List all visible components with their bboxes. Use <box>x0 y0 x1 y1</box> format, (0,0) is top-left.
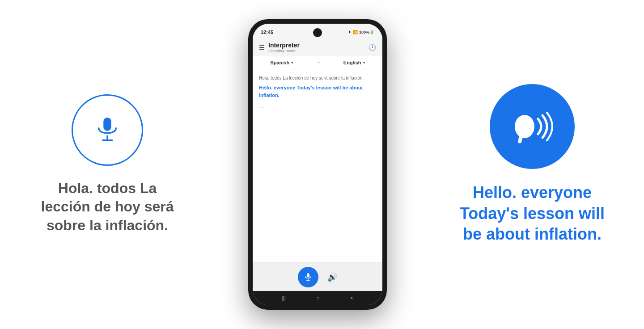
nav-bar: ||| ○ < <box>253 291 382 305</box>
earbud-circle <box>490 84 575 169</box>
svg-rect-3 <box>307 273 309 277</box>
speaker-button[interactable]: 🔊 <box>327 272 337 282</box>
nav-recents-icon[interactable]: ||| <box>281 295 285 301</box>
direction-arrow-icon: → <box>316 60 321 65</box>
hamburger-icon[interactable]: ☰ <box>259 44 265 51</box>
source-language[interactable]: Spanish ▾ <box>270 60 293 65</box>
mic-icon <box>92 114 123 146</box>
app-content: Hola. todos La lección de hoy será sobre… <box>253 69 382 262</box>
wifi-icon: ✦ <box>348 30 352 34</box>
nav-back-icon[interactable]: < <box>351 295 354 301</box>
app-subtitle: Listening mode <box>268 49 300 53</box>
app-bottom: 🔊 <box>253 262 382 291</box>
status-time: 12:45 <box>261 30 273 35</box>
right-translated-text: Hello. everyone Today's lesson will be a… <box>456 182 608 245</box>
phone-container: 12:45 ✦ 📶 100%🔋 ☰ Interpreter Listening … <box>248 19 387 310</box>
nav-home-icon[interactable]: ○ <box>317 295 320 301</box>
left-original-text: Hola. todos La lección de hoy será sobre… <box>36 179 179 235</box>
source-chevron-icon: ▾ <box>291 61 293 65</box>
page-wrapper: Hola. todos La lección de hoy será sobre… <box>0 0 644 329</box>
phone: 12:45 ✦ 📶 100%🔋 ☰ Interpreter Listening … <box>248 19 387 310</box>
earbud-icon <box>508 106 557 147</box>
phone-translated-text: Hello. everyone Today's lesson will be a… <box>259 84 376 99</box>
mic-button[interactable] <box>298 267 318 287</box>
app-title: Interpreter <box>268 42 300 49</box>
target-language[interactable]: English ▾ <box>343 60 365 65</box>
status-icons: ✦ 📶 100%🔋 <box>348 30 374 34</box>
mic-btn-icon <box>303 272 313 282</box>
right-section: Hello. everyone Today's lesson will be a… <box>456 84 608 245</box>
battery-label: 100%🔋 <box>359 30 374 34</box>
source-language-label: Spanish <box>270 60 289 65</box>
ellipsis: ... <box>259 102 376 110</box>
svg-point-6 <box>515 115 534 138</box>
header-title-group: Interpreter Listening mode <box>268 42 300 53</box>
phone-original-text: Hola. todos La lección de hoy será sobre… <box>259 75 376 81</box>
target-language-label: English <box>343 60 361 65</box>
phone-notch <box>313 28 322 37</box>
svg-rect-0 <box>103 118 111 131</box>
target-chevron-icon: ▾ <box>363 61 365 65</box>
language-bar: Spanish ▾ → English ▾ <box>253 56 382 69</box>
header-left: ☰ Interpreter Listening mode <box>259 42 300 53</box>
signal-icon: 📶 <box>353 30 358 34</box>
history-icon[interactable]: 🕐 <box>369 44 376 51</box>
app-header: ☰ Interpreter Listening mode 🕐 <box>253 38 382 56</box>
left-section: Hola. todos La lección de hoy será sobre… <box>36 94 179 235</box>
phone-screen: 12:45 ✦ 📶 100%🔋 ☰ Interpreter Listening … <box>253 24 382 305</box>
mic-circle <box>72 94 143 166</box>
